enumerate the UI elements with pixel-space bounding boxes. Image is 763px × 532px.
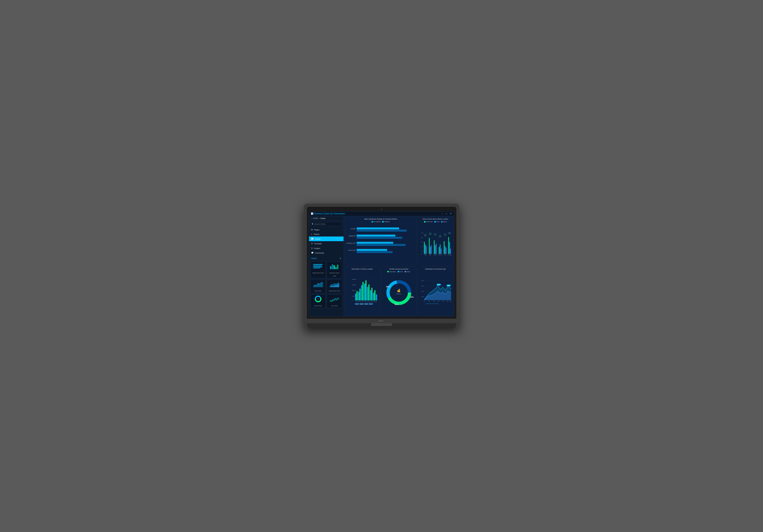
svg-text:FY18: FY18 (369, 301, 370, 302)
legend-electronics: Electronics (424, 221, 433, 223)
search-icon: 🔍 (312, 223, 314, 225)
minimize-button[interactable]: ─ (441, 212, 444, 215)
rev-food-label: Food (399, 271, 403, 272)
svg-rect-2 (313, 266, 322, 267)
common-items-legend: Electronics Food Books (419, 221, 452, 223)
window-controls: ─ □ ✕ (441, 212, 452, 215)
svg-rect-94 (373, 292, 374, 300)
chart-thumb-donut[interactable]: Donut Chart (310, 294, 326, 308)
chart-thumb-area[interactable]: Area Chart (310, 279, 326, 293)
app-window: 📊 Business Charts Q1 Presentation ─ □ ✕ … (309, 211, 454, 317)
svg-rect-83 (356, 291, 358, 300)
rev-dot-books (405, 271, 406, 272)
comments-icon: 💬 (311, 252, 314, 254)
search-input[interactable] (314, 223, 341, 225)
svg-text:20%: 20% (422, 296, 423, 297)
sidebar-item-template[interactable]: ⊟ Template (309, 241, 344, 246)
svg-text:400: 400 (442, 301, 444, 302)
svg-text:💰: 💰 (397, 289, 401, 292)
sidebar-item-images[interactable]: ⊡ Images (309, 246, 344, 251)
svg-text:60%: 60% (422, 285, 423, 286)
webcam (381, 209, 382, 210)
svg-rect-19 (357, 242, 393, 244)
breadcrumb-separator: > (319, 217, 320, 219)
charts-thumbnail-grid: Stacked Bar Chart (309, 261, 344, 309)
trackpad[interactable] (371, 323, 392, 326)
svg-text:FY18: FY18 (364, 301, 365, 302)
svg-text:100,000: 100,000 (352, 295, 356, 296)
svg-rect-17 (357, 237, 402, 239)
legend-dot-satisfied (382, 221, 384, 223)
svg-text:New York: New York (438, 255, 442, 255)
stacked-column-label: Stacked Column Chart (329, 272, 340, 277)
svg-text:400,000: 400,000 (352, 279, 356, 280)
svg-text:FY17: FY17 (362, 301, 364, 302)
breadcrumb-home[interactable]: HOME (313, 217, 318, 219)
chart-thumb-stacked-area[interactable]: Stcked Area Chart (327, 279, 342, 293)
svg-rect-95 (374, 290, 376, 300)
svg-rect-16 (357, 235, 395, 237)
svg-text:Scope 1: Scope 1 (356, 303, 359, 304)
svg-text:40: 40 (421, 246, 422, 247)
monthly-revenue-legend: Electronics Food Books (382, 271, 415, 272)
chevron-down-icon: ▼ (340, 257, 341, 259)
svg-rect-87 (362, 282, 364, 300)
svg-text:Scope 2: Scope 2 (360, 303, 363, 304)
svg-rect-20 (357, 244, 405, 246)
images-icon: ⊡ (311, 247, 313, 249)
close-button[interactable]: ✕ (449, 212, 452, 215)
chart-thumb-stacked-column[interactable]: Stacked Column Chart (327, 262, 342, 278)
stacked-bar-label: Stacked Bar Chart (312, 272, 324, 274)
svg-rect-8 (337, 265, 338, 269)
sidebar-item-pages[interactable]: ⊞ Pages (309, 227, 344, 232)
sales-satisfaction-chart: STORE WEBSITE MOBILE APP (346, 223, 415, 261)
svg-text:300: 300 (438, 301, 439, 302)
app-icon: 📊 (311, 212, 313, 215)
svg-text:79%: 79% (434, 234, 436, 235)
customers-age-title: Distribution of Customers Age (419, 268, 452, 270)
svg-text:64%: 64% (424, 235, 426, 236)
outline-label: Outline (314, 233, 320, 235)
svg-text:Paris: Paris (444, 255, 446, 255)
svg-text:MOBILE APP: MOBILE APP (346, 242, 356, 244)
svg-text:300,000: 300,000 (352, 284, 356, 285)
svg-text:Revenue: Revenue (396, 293, 401, 294)
laptop-bottom (307, 323, 456, 328)
svg-rect-89 (365, 280, 367, 300)
svg-rect-68 (448, 237, 449, 254)
line-chart-label: Line Chart (331, 305, 338, 307)
svg-text:FY18: FY18 (370, 301, 372, 302)
pages-label: Pages (314, 229, 319, 231)
charts-subsection-header[interactable]: Charts ▼ (309, 256, 344, 261)
svg-rect-7 (335, 267, 337, 269)
svg-text:40%: 40% (422, 291, 423, 292)
svg-text:Scope 3: Scope 3 (365, 303, 368, 304)
svg-rect-56 (439, 247, 440, 254)
svg-rect-85 (360, 288, 361, 300)
sales-satisfaction-title: Sales Satisfaction Ratings by Purchase M… (346, 218, 415, 220)
home-icon: ⌂ (311, 217, 312, 219)
chart-thumb-line[interactable]: Line Chart (327, 294, 342, 308)
svg-text:Analysis report is only for re: Analysis report is only for reference (426, 303, 439, 304)
search-box[interactable]: 🔍 (310, 222, 342, 226)
svg-rect-22 (357, 249, 387, 251)
breadcrumb-current: Charts (320, 217, 325, 219)
sidebar-item-outline[interactable]: ≡ Outline (309, 232, 344, 237)
monthly-revenue-panel: Monthly revenue by product Electronics F… (381, 266, 417, 316)
total-sales-panel: Total Sales in USD by Location 400,000 3… (344, 266, 381, 316)
chart-thumb-stacked-bar[interactable]: Stacked Bar Chart (310, 262, 326, 278)
rev-legend-electronics: Electronics (387, 271, 396, 272)
maximize-button[interactable]: □ (445, 212, 448, 215)
breadcrumb: ⌂ HOME > Charts (309, 216, 344, 221)
sales-satisfaction-legend: Dissatisfied Satisfied (346, 221, 415, 223)
svg-rect-70 (450, 249, 451, 254)
svg-text:WEBSITE: WEBSITE (349, 235, 356, 237)
svg-rect-91 (368, 284, 370, 300)
rev-books-label: Books (406, 271, 410, 272)
svg-rect-44 (429, 238, 430, 254)
svg-rect-6 (333, 265, 335, 269)
sidebar-item-comments[interactable]: 💬 Comments (309, 251, 344, 255)
sidebar-item-charts[interactable]: 📊 Charts (309, 237, 344, 241)
svg-rect-13 (357, 228, 399, 229)
svg-text:Londaon: Londaon (433, 255, 437, 255)
